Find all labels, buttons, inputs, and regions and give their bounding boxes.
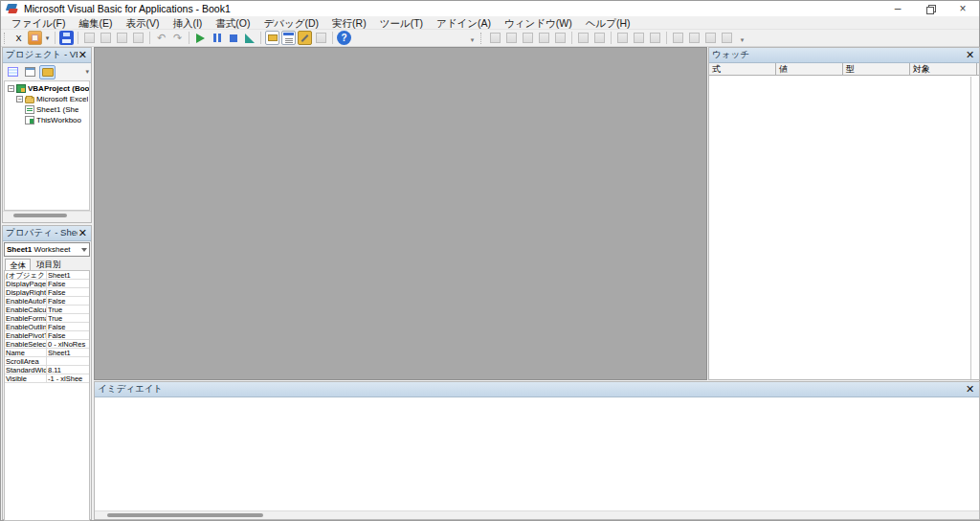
property-row[interactable]: (オブジェクト名Sheet1 xyxy=(5,271,89,280)
object-selector-combobox[interactable]: Sheet1 Worksheet xyxy=(4,242,90,257)
property-name: Visible xyxy=(5,374,47,382)
toggle-folders-button[interactable] xyxy=(39,65,56,79)
immediate-input-area[interactable] xyxy=(95,397,979,510)
edit-toolbar-overflow-icon[interactable]: ▾ xyxy=(737,31,747,45)
insert-userform-icon[interactable] xyxy=(28,31,42,45)
property-value[interactable]: False xyxy=(47,331,89,339)
properties-panel-close-button[interactable]: ✕ xyxy=(78,227,88,239)
property-value[interactable]: False xyxy=(47,280,89,287)
tree-expander-icon[interactable]: − xyxy=(8,85,14,92)
menu-item-1[interactable]: 編集(E) xyxy=(72,16,119,30)
property-row[interactable]: EnableCalculaTrue xyxy=(5,306,89,314)
run-icon[interactable] xyxy=(193,31,208,45)
property-value[interactable]: True xyxy=(47,306,89,313)
watch-column-header-1[interactable]: 値 xyxy=(776,63,843,75)
menu-item-6[interactable]: 実行(R) xyxy=(325,16,373,30)
project-explorer-icon[interactable] xyxy=(265,31,279,45)
properties-panel-title: プロパティ - Sheet1 xyxy=(6,227,78,239)
view-object-button[interactable] xyxy=(22,65,38,79)
property-value[interactable]: 8.11 xyxy=(47,366,89,374)
menu-item-9[interactable]: ウィンドウ(W) xyxy=(498,16,579,30)
menu-item-0[interactable]: ファイル(F) xyxy=(5,16,72,30)
view-code-button[interactable] xyxy=(5,65,21,79)
watch-list-body[interactable] xyxy=(709,77,979,379)
property-row[interactable]: StandardWidt8.11 xyxy=(5,366,89,374)
watch-panel-close-button[interactable]: ✕ xyxy=(964,49,976,61)
watch-column-header-2[interactable]: 型 xyxy=(843,63,910,75)
restore-icon xyxy=(926,5,934,12)
find-icon xyxy=(131,31,145,45)
property-row[interactable]: EnableSelecti0 - xlNoRes xyxy=(5,340,89,349)
properties-tab-0[interactable]: 全体 xyxy=(5,259,31,270)
property-row[interactable]: EnableFormatTrue xyxy=(5,314,89,323)
properties-window-icon[interactable] xyxy=(281,31,296,45)
tree-item-vbaproject-boo[interactable]: −VBAProject (Boo xyxy=(5,83,89,94)
immediate-hscrollbar[interactable] xyxy=(95,510,979,519)
menu-item-5[interactable]: デバッグ(D) xyxy=(257,16,326,30)
toolbar-separator xyxy=(666,32,667,44)
insert-userform-dropdown-icon[interactable]: ▾ xyxy=(43,31,52,45)
property-row[interactable]: NameSheet1 xyxy=(5,349,89,357)
property-value[interactable]: Sheet1 xyxy=(47,271,89,279)
watch-column-header-3[interactable]: 対象 xyxy=(910,63,977,75)
property-row[interactable]: EnableOutliniFalse xyxy=(5,323,89,331)
list-constants-icon xyxy=(504,31,519,45)
tree-item-microsoft-excel[interactable]: −Microsoft Excel xyxy=(5,94,89,104)
property-value[interactable]: False xyxy=(47,297,89,305)
project-hscrollbar-thumb[interactable] xyxy=(13,214,67,217)
menu-bar: ファイル(F)編集(E)表示(V)挿入(I)書式(O)デバッグ(D)実行(R)ツ… xyxy=(1,16,979,30)
toolbox-icon[interactable] xyxy=(298,31,312,45)
help-icon[interactable]: ? xyxy=(337,31,351,45)
menu-item-7[interactable]: ツール(T) xyxy=(373,16,430,30)
minimize-button[interactable]: – xyxy=(881,1,914,16)
property-value[interactable]: -1 - xlShee xyxy=(47,374,89,382)
object-selector-name: Sheet1 xyxy=(7,245,32,254)
tree-item-sheet1-she[interactable]: Sheet1 (She xyxy=(5,104,89,115)
break-icon[interactable] xyxy=(210,31,224,45)
restore-button[interactable] xyxy=(914,1,947,16)
property-row[interactable]: ScrollArea xyxy=(5,357,89,366)
immediate-panel: イミディエイト ✕ xyxy=(94,381,980,520)
menu-item-8[interactable]: アドイン(A) xyxy=(430,16,498,30)
close-button[interactable]: × xyxy=(947,1,979,16)
project-tree: −VBAProject (Boo−Microsoft ExcelSheet1 (… xyxy=(4,80,90,211)
save-icon[interactable] xyxy=(59,31,74,45)
clear-bookmarks-icon xyxy=(720,31,734,45)
properties-tab-1[interactable]: 項目別 xyxy=(33,259,65,270)
watch-column-header-0[interactable]: 式 xyxy=(709,63,776,75)
property-row[interactable]: DisplayPageBFalse xyxy=(5,280,89,288)
property-row[interactable]: Visible-1 - xlShee xyxy=(5,374,89,383)
property-value[interactable]: 0 - xlNoRes xyxy=(47,340,89,348)
project-toolbar-overflow-icon[interactable]: ▾ xyxy=(85,68,89,76)
project-panel-close-button[interactable]: ✕ xyxy=(78,49,88,61)
property-value[interactable]: False xyxy=(47,323,89,330)
comment-block-icon xyxy=(632,31,646,45)
vba-app-icon xyxy=(7,3,18,14)
reset-icon[interactable] xyxy=(226,31,240,45)
menu-item-10[interactable]: ヘルプ(H) xyxy=(579,16,637,30)
property-row[interactable]: DisplayRightTFalse xyxy=(5,288,89,297)
property-row[interactable]: EnableAutoFilFalse xyxy=(5,297,89,306)
standard-toolbar-grip[interactable] xyxy=(4,33,8,44)
toolbar-separator xyxy=(149,32,150,44)
watch-panel: ウォッチ ✕ 式値型対象 xyxy=(708,47,980,380)
menu-item-2[interactable]: 表示(V) xyxy=(119,16,166,30)
tree-expander-icon[interactable]: − xyxy=(16,96,23,102)
immediate-hscrollbar-thumb[interactable] xyxy=(107,513,263,517)
view-microsoft-excel-icon[interactable]: X xyxy=(11,31,26,45)
design-mode-icon[interactable] xyxy=(242,31,256,45)
menu-item-3[interactable]: 挿入(I) xyxy=(166,16,209,30)
property-value[interactable]: False xyxy=(47,288,89,296)
parameter-info-icon xyxy=(537,31,551,45)
immediate-panel-close-button[interactable]: ✕ xyxy=(964,383,976,396)
standard-toolbar-overflow-icon[interactable]: ▾ xyxy=(467,31,478,45)
edit-toolbar-grip[interactable] xyxy=(480,33,484,44)
property-row[interactable]: EnablePivotTFalse xyxy=(5,331,89,340)
tree-item-thisworkboo[interactable]: ThisWorkboo xyxy=(5,115,89,125)
property-value[interactable]: True xyxy=(47,314,89,322)
property-value[interactable]: Sheet1 xyxy=(47,349,89,356)
project-hscrollbar[interactable] xyxy=(3,211,91,218)
next-bookmark-icon xyxy=(687,31,702,45)
menu-item-4[interactable]: 書式(O) xyxy=(209,16,256,30)
property-value[interactable] xyxy=(47,357,89,365)
